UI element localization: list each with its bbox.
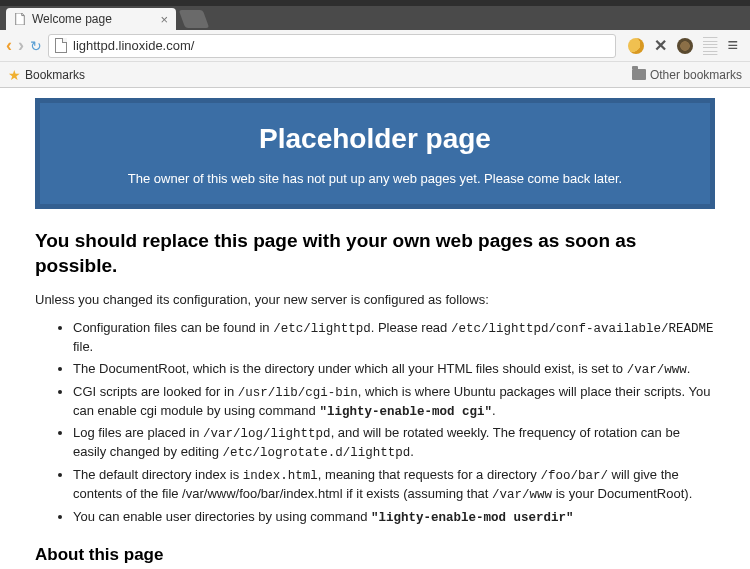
new-tab-button[interactable] <box>179 10 210 28</box>
page-icon <box>14 13 26 25</box>
other-bookmarks-label: Other bookmarks <box>650 68 742 82</box>
content: You should replace this page with your o… <box>35 229 715 565</box>
list-item: The default directory index is index.htm… <box>73 466 715 504</box>
url-text: lighttpd.linoxide.com/ <box>73 38 194 53</box>
toolbar-extensions: ✕ 𝄛 ≡ <box>622 35 744 56</box>
bookmark-bar: ★ Bookmarks Other bookmarks <box>0 62 750 88</box>
reload-button[interactable]: ↻ <box>30 38 42 54</box>
toolbar: ‹ › ↻ lighttpd.linoxide.com/ ✕ 𝄛 ≡ <box>0 30 750 62</box>
config-list: Configuration files can be found in /etc… <box>35 319 715 526</box>
wrench-icon[interactable]: 𝄛 <box>703 35 717 56</box>
site-icon <box>55 38 67 53</box>
extension-icon-1[interactable] <box>628 38 644 54</box>
forward-button: › <box>18 35 24 56</box>
list-item: You can enable user directories by using… <box>73 508 715 527</box>
tab-close-icon[interactable]: × <box>160 12 168 27</box>
intro-text: Unless you changed its configuration, yo… <box>35 292 715 307</box>
list-item: Log files are placed in /var/log/lighttp… <box>73 424 715 462</box>
banner-title: Placeholder page <box>50 123 700 155</box>
page-heading: You should replace this page with your o… <box>35 229 715 278</box>
extension-icon-3[interactable] <box>677 38 693 54</box>
tab-title: Welcome page <box>32 12 112 26</box>
banner: Placeholder page The owner of this web s… <box>35 98 715 209</box>
bookmarks-label[interactable]: Bookmarks <box>25 68 85 82</box>
other-bookmarks[interactable]: Other bookmarks <box>632 68 742 82</box>
banner-subtitle: The owner of this web site has not put u… <box>50 171 700 186</box>
star-icon: ★ <box>8 67 21 83</box>
page-scroll[interactable]: Placeholder page The owner of this web s… <box>0 88 750 569</box>
folder-icon <box>632 69 646 80</box>
about-heading: About this page <box>35 545 715 565</box>
address-bar[interactable]: lighttpd.linoxide.com/ <box>48 34 616 58</box>
tab-strip: Welcome page × <box>0 6 750 30</box>
list-item: CGI scripts are looked for in /usr/lib/c… <box>73 383 715 421</box>
menu-icon[interactable]: ≡ <box>727 35 738 56</box>
list-item: Configuration files can be found in /etc… <box>73 319 715 355</box>
browser-tab[interactable]: Welcome page × <box>6 8 176 30</box>
extension-icon-2[interactable]: ✕ <box>654 36 667 55</box>
back-button[interactable]: ‹ <box>6 35 12 56</box>
page-viewport: Placeholder page The owner of this web s… <box>0 88 750 569</box>
list-item: The DocumentRoot, which is the directory… <box>73 360 715 379</box>
